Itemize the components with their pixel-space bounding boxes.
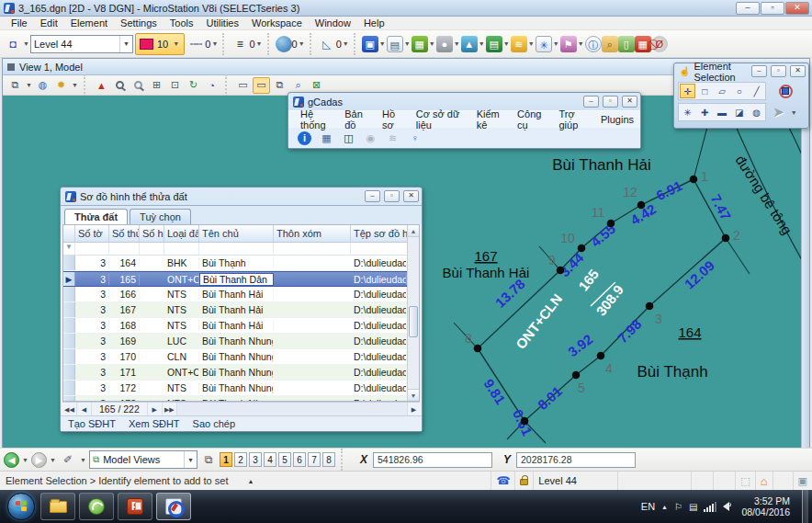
home-icon[interactable]: ⌂ [755,472,773,491]
scroll-up-icon[interactable]: ▲ [408,225,419,237]
header-so-hieu[interactable]: Số h... [140,225,164,242]
view-toggle-8[interactable]: 8 [322,452,335,467]
database-icon[interactable]: ▤ [486,36,502,52]
snap-mode-icon[interactable]: ☎ [491,472,514,491]
tab-tuy-chon[interactable]: Tuỳ chọn [130,209,191,224]
volume-icon[interactable] [723,502,729,511]
element-selection-minimize-button[interactable]: – [751,65,767,77]
close-button[interactable]: ✕ [785,2,809,15]
image-dropdown-icon[interactable]: ▼ [478,40,486,47]
vertex-point[interactable] [646,302,654,311]
menu-utilities[interactable]: Utilities [201,17,244,28]
element-selection-close-button[interactable]: ✕ [790,65,806,77]
copy-view-icon[interactable]: ⧉ [271,77,288,94]
forward-dropdown-icon[interactable]: ▼ [49,457,57,463]
taskbar-microstation-button[interactable] [156,493,191,520]
view-toggle-7[interactable]: 7 [308,452,321,467]
vertex-point[interactable] [578,244,586,253]
element-selection-expand-icon[interactable]: ▼ [790,109,798,116]
start-button[interactable] [7,493,35,520]
vertex-point[interactable] [597,352,605,360]
active-level-status[interactable]: Level 44 [533,472,617,491]
no-entry-icon[interactable]: ⃠Ø [651,36,668,52]
priority-dropdown-icon[interactable]: ▼ [342,40,350,47]
scroll-down-icon[interactable]: ▼ [408,389,419,401]
image-icon[interactable]: ▲ [461,36,478,52]
active-attributes-icon[interactable]: ◘ [4,35,22,53]
pan-view-icon[interactable]: ◔ [203,77,220,94]
header-ten-chu[interactable]: Tên chủ [199,225,274,242]
locks-dropdown-icon[interactable]: ▼ [577,40,585,47]
menu-file[interactable]: File [6,17,33,28]
clip-mask-icon[interactable]: ⊠ [308,77,325,94]
panel-icon[interactable]: ▯ [618,36,635,52]
gcadas-maximize-button[interactable]: ▫ [603,96,618,108]
window-area-icon[interactable]: ⊞ [148,77,165,94]
table-row[interactable]: 3172NTSBùi Thanh NhungD:\dulieudaotao... [63,381,407,396]
locks-icon[interactable]: ⚑ [560,36,577,52]
transparency-dropdown-icon[interactable]: ▼ [298,40,306,47]
vertex-point[interactable] [557,267,565,275]
gcadas-close-button[interactable]: ✕ [622,96,637,108]
taskbar-powerpoint-button[interactable]: P [118,493,152,520]
line-weight-dropdown-icon[interactable]: ▼ [255,40,264,47]
clip-volume-icon[interactable]: ⌕ [289,77,307,94]
info-icon[interactable]: ⓘ [585,36,602,52]
header-so-thua[interactable]: Số thửa [109,225,140,242]
layers-dropdown-icon[interactable]: ▼ [527,40,536,47]
level-combobox[interactable]: Level 44 ▼ [30,35,133,53]
fit-view-icon[interactable]: ⊡ [166,77,184,94]
selection-set-icon[interactable]: ⬚ [735,472,754,491]
models-icon[interactable]: ▣ [362,36,378,52]
dialog-close-button[interactable]: ✕ [403,190,419,202]
zoom-in-icon[interactable] [111,77,129,94]
gcadas-eye-off-icon[interactable]: ◉ [364,131,378,145]
gcadas-menu-ho-so[interactable]: Hồ sơ [376,108,410,131]
menu-workspace[interactable]: Workspace [246,17,308,28]
snap-dropdown-icon[interactable]: ▼ [552,40,560,47]
view-brightness-dropdown-icon[interactable]: ▼ [71,82,79,88]
vertex-point[interactable] [521,417,529,426]
vertex-point[interactable] [607,220,615,228]
vertex-point[interactable] [637,201,646,210]
select-block-icon[interactable]: □ [697,84,713,98]
select-shape-icon[interactable]: ▱ [715,84,730,98]
manage-view-groups-icon[interactable]: ⧉ [199,450,218,469]
line-weight-icon[interactable]: ≡ [231,35,249,53]
raster-icon[interactable]: ● [436,36,453,52]
menu-help[interactable]: Help [358,17,390,28]
table-row[interactable]: 3169LUCBùi Thanh NhungD:\dulieudaotao... [63,334,407,349]
header-thon-xom[interactable]: Thôn xóm [274,225,351,242]
select-line-icon[interactable]: ╱ [749,84,764,98]
taskbar-explorer-button[interactable] [40,493,75,520]
select-smart-icon[interactable]: ✳ [680,105,695,119]
dialog-minimize-button[interactable]: – [365,190,380,202]
gcadas-menu-tro-giup[interactable]: Trợ giúp [552,108,593,131]
folder-search-icon[interactable]: ⌕ [602,36,618,52]
zoom-out-icon[interactable] [130,77,147,94]
transparency-icon[interactable] [276,36,292,52]
select-subtract-icon[interactable]: ▬ [715,105,730,119]
models-dropdown-icon[interactable]: ▼ [378,40,387,47]
dialog-titlebar[interactable]: Sơ đồ hình thể thửa đất – ▫ ✕ [61,188,422,205]
header-loai-dat[interactable]: Loại đất [164,225,199,242]
locks-status-icon[interactable] [514,472,533,491]
view-group-combobox[interactable]: ⧉ Model Views ▼ [89,450,197,469]
xem-sdht-button[interactable]: Xem SĐHT [129,418,180,429]
gcadas-menu-kiem-ke[interactable]: Kiểm kê [470,108,511,131]
layers-icon[interactable]: ≋ [511,36,527,52]
gcadas-locate-icon[interactable]: ♀ [408,131,422,145]
rotate-view-icon[interactable]: ↻ [185,77,202,94]
back-dropdown-icon[interactable]: ▼ [21,457,29,463]
sheet-icon[interactable]: ▤ [387,36,403,52]
select-individual-icon[interactable]: ✛ [680,84,695,98]
table-vertical-scrollbar[interactable]: ▲ ▼ [407,225,419,401]
select-circle-icon[interactable]: ○ [731,84,747,98]
view-toggle-2[interactable]: 2 [234,452,247,467]
table-row[interactable]: 3171ONT+CLNBùi Thanh NhungD:\dulieudaota… [63,365,407,381]
table-row[interactable]: 3166NTSBùi Thanh HảiD:\dulieudaotao... [63,287,407,302]
menu-window[interactable]: Window [310,17,356,28]
sao-chep-button[interactable]: Sao chép [193,418,235,429]
menu-settings[interactable]: Settings [115,17,163,28]
active-attributes-dropdown-icon[interactable]: ▼ [22,40,30,47]
